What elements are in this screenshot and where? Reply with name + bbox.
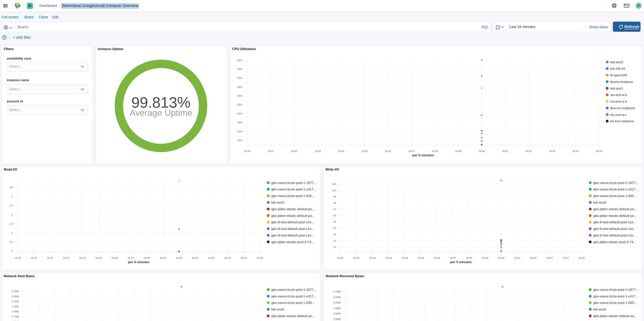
svg-text:Average Uptime: Average Uptime — [130, 108, 192, 118]
svg-text:16:55: 16:55 — [256, 256, 263, 259]
svg-text:ted-ece2: ted-ece2 — [610, 60, 623, 64]
svg-text:gke-vseca-lizzie-pool-1-c417..: gke-vseca-lizzie-pool-1-c417... — [593, 188, 638, 191]
svg-text:16:48: 16:48 — [432, 150, 438, 152]
svg-text:16:43: 16:43 — [386, 256, 392, 259]
svg-text:50%: 50% — [237, 76, 242, 80]
svg-text:1.5: 1.5 — [9, 222, 13, 225]
svg-text:gke-lil-test-default-pool-c1e.: gke-lil-test-default-pool-c1e... — [593, 220, 636, 224]
svg-text:2.7MB: 2.7MB — [12, 290, 19, 293]
svg-text:1.5MB: 1.5MB — [12, 320, 19, 321]
svg-text:Instance Uptime: Instance Uptime — [98, 47, 123, 51]
svg-text:16:40: 16:40 — [14, 256, 21, 259]
svg-text:16:50: 16:50 — [176, 256, 182, 259]
svg-text:kdr-ece3: kdr-ece3 — [593, 201, 606, 204]
svg-text:gke-vseca-lizzie-pool-1-630...: gke-vseca-lizzie-pool-1-630... — [271, 301, 314, 305]
svg-text:16:52: 16:52 — [526, 150, 532, 152]
svg-text:per 5 minutes: per 5 minutes — [128, 260, 150, 264]
svg-text:gke-jddwr-elastic-default-po..: gke-jddwr-elastic-default-po... — [593, 214, 637, 218]
svg-text:gke-vseca-lizzie-pool-1-c417..: gke-vseca-lizzie-pool-1-c417... — [271, 294, 316, 298]
svg-text:gke-vseca-lizzie-pool-1-630...: gke-vseca-lizzie-pool-1-630... — [271, 194, 314, 198]
svg-text:16:53: 16:53 — [549, 150, 555, 152]
svg-text:gke-jddwr-elastic-default-po..: gke-jddwr-elastic-default-po... — [271, 214, 315, 218]
svg-text:16:42: 16:42 — [291, 150, 297, 152]
svg-text:tlee-w1-endpoint: tlee-w1-endpoint — [610, 106, 635, 110]
svg-text:siu-ece-a-c: siu-ece-a-c — [610, 113, 627, 116]
svg-text:16:44: 16:44 — [401, 256, 408, 259]
svg-text:Edit: Edit — [52, 15, 58, 19]
svg-text:16:40: 16:40 — [244, 150, 250, 152]
svg-text:kdr-ece3: kdr-ece3 — [593, 308, 606, 311]
svg-text:3.8MB: 3.8MB — [333, 312, 340, 315]
svg-text:instance name: instance name — [7, 78, 29, 82]
svg-text:Read I/O: Read I/O — [4, 168, 17, 171]
svg-text:4.8MB: 4.8MB — [333, 301, 340, 304]
svg-text:16:46: 16:46 — [384, 150, 391, 152]
svg-text:Refresh: Refresh — [624, 24, 639, 29]
svg-text:kdr-ece3: kdr-ece3 — [271, 308, 284, 311]
svg-text:16:41: 16:41 — [31, 256, 37, 259]
svg-text:40: 40 — [333, 226, 336, 230]
svg-text:16:54: 16:54 — [240, 256, 247, 259]
svg-text:16:44: 16:44 — [79, 256, 86, 259]
svg-text:joe-mb-ml: joe-mb-ml — [610, 67, 625, 70]
svg-text:Select...: Select... — [9, 108, 22, 112]
svg-text:16:45: 16:45 — [361, 150, 368, 152]
svg-text:gke-lil-test-default-pool-c1e.: gke-lil-test-default-pool-c1e... — [271, 220, 314, 224]
svg-text:35%: 35% — [237, 103, 242, 106]
svg-text:per 5 minutes: per 5 minutes — [450, 260, 472, 264]
svg-text:16:49: 16:49 — [482, 256, 488, 259]
svg-text:gke-jddwr-elastic-default-po..: gke-jddwr-elastic-default-po... — [593, 207, 637, 211]
svg-text:16:48: 16:48 — [466, 256, 472, 259]
svg-text:Filters: Filters — [4, 47, 14, 51]
svg-text:16:48: 16:48 — [144, 256, 150, 259]
svg-text:siu-ece-a-a: siu-ece-a-a — [610, 100, 627, 103]
svg-text:55%: 55% — [237, 68, 242, 71]
svg-text:Write I/O: Write I/O — [326, 168, 339, 171]
svg-text:/: / — [60, 3, 61, 8]
svg-text:gke-vseca-lizzie-pool-1-1877..: gke-vseca-lizzie-pool-1-1877... — [593, 288, 638, 292]
svg-text:[Metricbeat Googlecloud] Compu: [Metricbeat Googlecloud] Compute Overvie… — [62, 4, 139, 8]
svg-text:16:45: 16:45 — [95, 256, 102, 259]
svg-text:Network Received Bytes: Network Received Bytes — [326, 274, 364, 278]
svg-text:per 5 minutes: per 5 minutes — [412, 154, 434, 157]
svg-text:gke-vseca-lizzie-pool-1-1877..: gke-vseca-lizzie-pool-1-1877... — [271, 181, 316, 185]
svg-text:Search: Search — [17, 25, 29, 29]
svg-text:5.7MB: 5.7MB — [333, 290, 340, 293]
svg-text:2.3MB: 2.3MB — [12, 300, 19, 303]
svg-text:gke-jddwr-elastic-pool-3-74...: gke-jddwr-elastic-pool-3-74... — [271, 240, 314, 244]
svg-text:Show dates: Show dates — [589, 25, 608, 29]
svg-text:gke-vseca-lizzie-pool-1-1877..: gke-vseca-lizzie-pool-1-1877... — [271, 288, 316, 292]
svg-text:16:41: 16:41 — [268, 150, 274, 152]
svg-text:30%: 30% — [237, 112, 242, 115]
svg-text:16:42: 16:42 — [369, 256, 376, 259]
svg-text:account id: account id — [7, 100, 23, 103]
svg-text:gke-jddwr-elastic-default-po..: gke-jddwr-elastic-default-po... — [271, 314, 315, 318]
svg-text:16:50: 16:50 — [498, 256, 504, 259]
svg-text:16:54: 16:54 — [572, 150, 578, 152]
svg-text:16:43: 16:43 — [314, 150, 321, 152]
svg-text:sri-ece-instance: sri-ece-instance — [610, 119, 634, 123]
svg-text:3: 3 — [12, 195, 13, 198]
svg-text:16:45: 16:45 — [418, 256, 424, 259]
svg-text:2: 2 — [12, 213, 13, 216]
svg-text:45%: 45% — [237, 86, 242, 88]
svg-text:3.5: 3.5 — [9, 186, 13, 189]
svg-text:16:47: 16:47 — [127, 256, 134, 259]
svg-text:16:50: 16:50 — [478, 150, 485, 152]
svg-text:Select...: Select... — [9, 64, 22, 68]
svg-text:gke-vseca-lizzie-pool-1-c417..: gke-vseca-lizzie-pool-1-c417... — [271, 188, 316, 191]
svg-text:20: 20 — [333, 239, 336, 242]
svg-text:Clone: Clone — [39, 15, 48, 19]
svg-text:90: 90 — [333, 195, 336, 198]
svg-text:16:44: 16:44 — [338, 150, 344, 152]
svg-text:gke-lil-test-default-pool-c1e.: gke-lil-test-default-pool-c1e... — [593, 227, 636, 231]
svg-text:16:52: 16:52 — [208, 256, 214, 259]
svg-text:lil-openshift: lil-openshift — [610, 74, 627, 77]
svg-text:16:47: 16:47 — [450, 256, 456, 259]
svg-text:0: 0 — [12, 250, 13, 253]
svg-text:60%: 60% — [237, 59, 242, 62]
svg-text:16:55: 16:55 — [596, 150, 602, 152]
svg-text:gke-lil-test-default-pool-c1e.: gke-lil-test-default-pool-c1e... — [271, 227, 314, 231]
svg-text:2.5MB: 2.5MB — [12, 295, 19, 298]
svg-text:16:51: 16:51 — [514, 256, 520, 259]
